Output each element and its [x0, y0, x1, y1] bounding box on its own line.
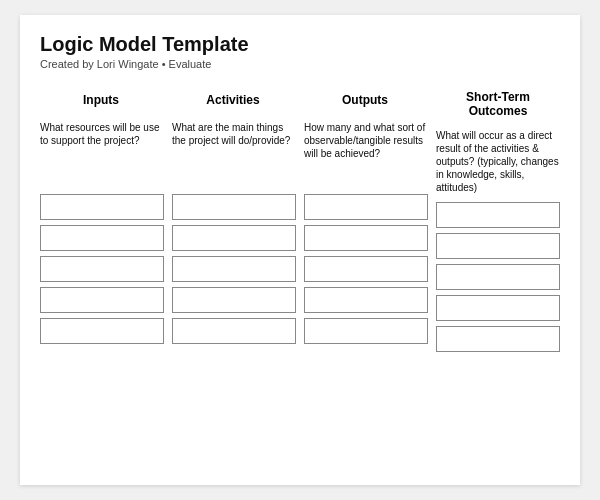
- page-subtitle: Created by Lori Wingate • Evaluate: [40, 58, 560, 70]
- input-activities-1[interactable]: [172, 194, 296, 220]
- header-outcomes: Short-Term Outcomes: [436, 84, 560, 124]
- page: Logic Model Template Created by Lori Win…: [20, 15, 580, 485]
- header-outputs: Outputs: [304, 84, 426, 116]
- col-outcomes: Short-Term Outcomes What will occur as a…: [436, 84, 560, 352]
- input-activities-4[interactable]: [172, 287, 296, 313]
- input-activities-2[interactable]: [172, 225, 296, 251]
- desc-outputs: How many and what sort of observable/tan…: [304, 121, 428, 189]
- desc-inputs: What resources will be use to support th…: [40, 121, 164, 189]
- header-inputs: Inputs: [40, 84, 162, 116]
- input-inputs-4[interactable]: [40, 287, 164, 313]
- input-outcomes-1[interactable]: [436, 202, 560, 228]
- col-outputs: Outputs How many and what sort of observ…: [304, 84, 428, 344]
- header-activities: Activities: [172, 84, 294, 116]
- columns-container: Inputs What resources will be use to sup…: [40, 84, 560, 352]
- input-activities-3[interactable]: [172, 256, 296, 282]
- col-inputs: Inputs What resources will be use to sup…: [40, 84, 164, 344]
- desc-activities: What are the main things the project wil…: [172, 121, 296, 189]
- input-outcomes-4[interactable]: [436, 295, 560, 321]
- input-inputs-1[interactable]: [40, 194, 164, 220]
- input-outcomes-5[interactable]: [436, 326, 560, 352]
- input-outputs-5[interactable]: [304, 318, 428, 344]
- input-outputs-4[interactable]: [304, 287, 428, 313]
- input-outcomes-2[interactable]: [436, 233, 560, 259]
- input-outcomes-3[interactable]: [436, 264, 560, 290]
- input-outputs-3[interactable]: [304, 256, 428, 282]
- input-inputs-3[interactable]: [40, 256, 164, 282]
- input-outputs-2[interactable]: [304, 225, 428, 251]
- col-activities: Activities What are the main things the …: [172, 84, 296, 344]
- page-title: Logic Model Template: [40, 33, 560, 56]
- input-inputs-5[interactable]: [40, 318, 164, 344]
- desc-outcomes: What will occur as a direct result of th…: [436, 129, 560, 197]
- input-outputs-1[interactable]: [304, 194, 428, 220]
- input-inputs-2[interactable]: [40, 225, 164, 251]
- input-activities-5[interactable]: [172, 318, 296, 344]
